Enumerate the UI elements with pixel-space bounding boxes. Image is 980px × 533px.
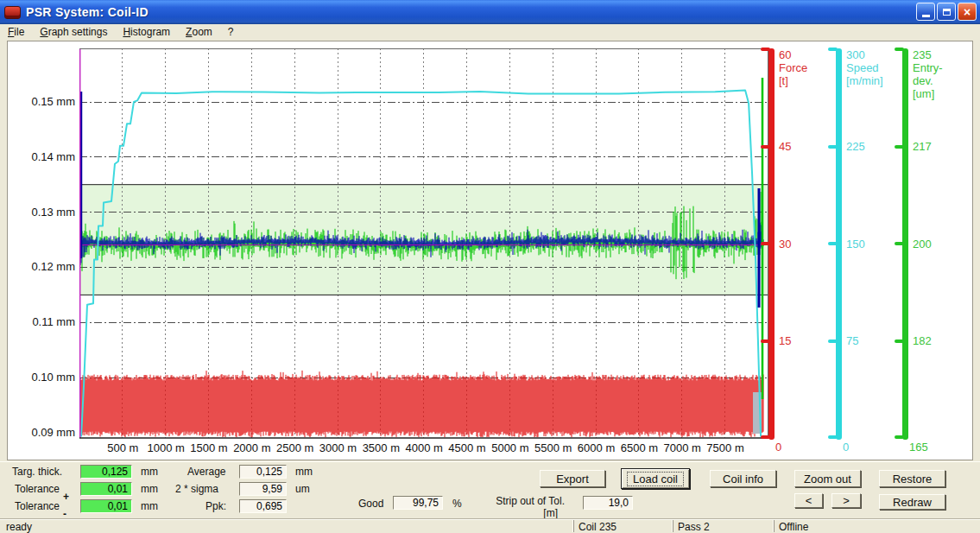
title-bar: PSR System: Coil-ID × [0,0,980,24]
speed-tick-label: 0 [843,441,849,454]
scale-title-force: 60Force[t] [779,48,807,87]
two-sigma-value: 9,59 [239,482,287,496]
ppk-value: 0,695 [239,499,287,513]
force-tick-label: 30 [779,238,791,251]
entry-dev-tick [895,145,904,149]
close-button[interactable]: × [958,3,977,21]
redraw-button[interactable]: Redraw [879,494,945,510]
entry-dev-tick [895,242,904,245]
two-sigma-label: 2 * sigma [175,483,218,495]
force-tick [761,339,770,343]
status-pass: Pass 2 [673,520,772,532]
app-window: PSR System: Coil-ID × FileGraph settings… [0,0,980,533]
force-tick [761,435,770,439]
menu-histogram[interactable]: Histogram [117,25,175,40]
force-tick [761,48,770,51]
restore-icon [943,9,951,16]
menu-zoom[interactable]: Zoom [180,25,218,40]
average-label: Average [187,466,225,478]
scroll-left-button[interactable]: < [794,493,823,508]
strip-out-label: Strip out of Tol. [m] [484,495,565,519]
targ-thick-input[interactable]: 0,125 [80,465,132,479]
coil-info-button[interactable]: Coil info [710,470,776,487]
entry-dev-tick-label: 165 [909,441,928,454]
restore-button[interactable]: Restore [879,470,945,487]
speed-tick [828,242,838,245]
tolerance-minus-label: Tolerance- [15,500,60,512]
tolerance-plus-label: Tolerance+ [15,483,60,495]
zoom-out-button[interactable]: Zoom out [794,470,861,487]
scroll-right-button[interactable]: > [831,493,861,508]
two-sigma-unit: um [295,483,310,495]
load-coil-button[interactable]: Load coil [621,468,690,489]
scale-title-entry-dev: 235Entry-dev.[um] [913,48,943,100]
speed-tick [828,145,838,149]
status-coil: Coil 235 [573,520,671,532]
menu-?[interactable]: ? [223,25,239,40]
export-button[interactable]: Export [540,470,605,487]
speed-tick-label: 150 [846,238,865,251]
good-label: Good [358,498,383,510]
chart-plot[interactable] [79,48,768,439]
average-value: 0,125 [239,465,287,479]
minimize-button[interactable] [916,3,935,21]
entry-dev-tick [895,435,904,439]
app-icon [4,6,21,19]
targ-thick-unit: mm [141,466,158,478]
targ-thick-label: Targ. thick. [12,466,62,478]
speed-tick [828,435,838,439]
strip-out-value: 19,0 [583,496,633,510]
force-tick [761,242,770,245]
status-bar: ready Coil 235 Pass 2 Offline [0,518,980,533]
control-panel: Targ. thick. 0,125 mm Tolerance+ 0,01 mm… [0,461,980,519]
y-axis-label: 0.10 mm [23,371,75,384]
y-axis-label: 0.11 mm [23,315,75,328]
scale-title-speed: 300Speed[m/min] [846,48,883,87]
force-tick-label: 45 [779,140,791,153]
good-value: 99,75 [393,496,443,510]
entry-dev-tick-label: 182 [913,334,932,347]
y-axis-label: 0.15 mm [23,95,75,108]
entry-dev-tick-label: 200 [913,238,932,251]
entry-dev-tick [895,48,904,51]
y-axis-label: 0.13 mm [23,206,75,219]
tolerance-minus-unit: mm [141,500,158,512]
tolerance-plus-sign: + [63,491,69,503]
tolerance-minus-input[interactable]: 0,01 [80,499,132,513]
y-axis-label: 0.14 mm [23,150,75,163]
average-unit: mm [295,466,313,478]
y-axis-label: 0.09 mm [23,426,75,439]
window-title: PSR System: Coil-ID [26,5,149,19]
x-axis-label: 7500 m [699,441,751,454]
good-unit: % [452,498,462,510]
menu-bar: FileGraph settingsHistogramZoom? [0,24,980,41]
status-message: ready [2,520,572,532]
force-tick [761,145,770,149]
minimize-icon [922,15,930,17]
force-tick-label: 0 [775,441,781,454]
entry-dev-tick [895,339,904,343]
force-tick-label: 15 [779,334,791,347]
speed-tick-label: 75 [846,334,858,347]
chart-panel: 0.15 mm0.14 mm0.13 mm0.12 mm0.11 mm0.10 … [7,41,973,460]
status-mode: Offline [774,520,978,532]
menu-graph-settings[interactable]: Graph settings [35,25,112,40]
ppk-label: Ppk: [205,500,226,512]
restore-window-button[interactable] [937,3,956,21]
speed-tick-label: 225 [846,140,865,153]
y-axis-label: 0.12 mm [23,260,75,273]
speed-tick [828,48,838,51]
strip-out-unit: [m] [543,507,565,519]
speed-tick [828,339,838,343]
close-icon: × [964,6,971,18]
menu-file[interactable]: File [8,25,29,40]
tolerance-plus-unit: mm [141,483,158,495]
tolerance-plus-input[interactable]: 0,01 [80,482,132,496]
entry-dev-tick-label: 217 [913,140,932,153]
